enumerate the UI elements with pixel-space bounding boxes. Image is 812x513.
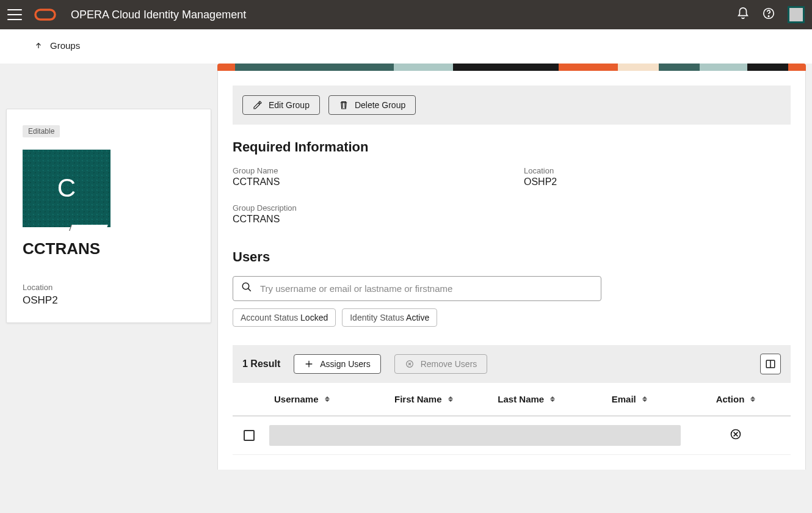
main-panel: Edit Group Delete Group Required Informa… <box>217 71 806 470</box>
menu-icon[interactable] <box>7 9 22 20</box>
sort-icon <box>550 396 555 402</box>
svg-point-3 <box>242 283 249 289</box>
table-row <box>233 417 791 455</box>
group-name-value: CCTRANS <box>233 176 499 187</box>
users-heading: Users <box>233 249 791 265</box>
user-avatar[interactable] <box>788 6 805 23</box>
filter-identity-status[interactable]: Identity Status Active <box>342 308 437 327</box>
card-location-value: OSHP2 <box>23 294 195 307</box>
col-username[interactable]: Username <box>269 394 372 404</box>
group-card: Editable C CCTRANS Location OSHP2 <box>6 109 211 323</box>
breadcrumb-back[interactable]: Groups <box>34 40 80 51</box>
edit-group-button[interactable]: Edit Group <box>242 95 320 115</box>
remove-users-button: Remove Users <box>394 354 488 374</box>
group-desc-value: CCTRANS <box>233 214 499 225</box>
sort-icon <box>448 396 453 402</box>
avatar-initial: C <box>57 173 76 203</box>
col-last-name[interactable]: Last Name <box>475 394 578 404</box>
result-count: 1 Result <box>242 358 280 369</box>
col-email[interactable]: Email <box>578 394 681 404</box>
col-action[interactable]: Action <box>681 394 791 404</box>
decorative-banner <box>217 64 806 71</box>
svg-point-2 <box>768 16 769 16</box>
sort-icon <box>642 396 647 402</box>
row-placeholder <box>269 425 681 446</box>
plus-icon <box>304 359 314 369</box>
table-header: Username First Name Last Name Email Acti… <box>233 383 791 417</box>
row-checkbox[interactable] <box>244 430 255 441</box>
assign-users-button[interactable]: Assign Users <box>294 354 380 374</box>
columns-icon <box>765 358 776 369</box>
sidebar: Editable C CCTRANS Location OSHP2 <box>0 64 217 470</box>
arrow-up-icon <box>34 42 43 50</box>
group-desc-label: Group Description <box>233 203 499 213</box>
svg-rect-0 <box>35 10 55 20</box>
app-title: OPERA Cloud Identity Management <box>71 9 736 21</box>
col-first-name[interactable]: First Name <box>372 394 476 404</box>
editable-badge: Editable <box>23 125 60 137</box>
results-bar: 1 Result Assign Users Remove Users <box>233 345 791 383</box>
circle-x-icon <box>405 359 415 369</box>
columns-button[interactable] <box>760 354 781 374</box>
top-bar: OPERA Cloud Identity Management <box>0 0 812 29</box>
sort-icon <box>750 396 755 402</box>
row-remove-icon[interactable] <box>730 428 742 443</box>
help-icon[interactable] <box>762 7 775 23</box>
sort-icon <box>325 396 330 402</box>
group-title: CCTRANS <box>23 239 195 258</box>
trash-icon <box>339 100 349 110</box>
card-location-label: Location <box>23 283 195 292</box>
required-info-heading: Required Information <box>233 139 791 155</box>
action-toolbar: Edit Group Delete Group <box>233 86 791 125</box>
oracle-logo-icon <box>34 7 56 22</box>
bell-icon[interactable] <box>736 7 750 23</box>
breadcrumb-label: Groups <box>50 40 80 51</box>
delete-group-button[interactable]: Delete Group <box>328 95 416 115</box>
group-name-label: Group Name <box>233 166 499 175</box>
group-avatar: C <box>23 150 111 227</box>
pencil-icon <box>253 100 263 110</box>
filter-account-status[interactable]: Account Status Locked <box>233 308 336 327</box>
location-label: Location <box>524 166 791 175</box>
user-search-input[interactable] <box>233 276 601 301</box>
subnav: Groups <box>0 29 812 64</box>
location-value: OSHP2 <box>524 176 791 187</box>
search-icon <box>241 282 252 295</box>
